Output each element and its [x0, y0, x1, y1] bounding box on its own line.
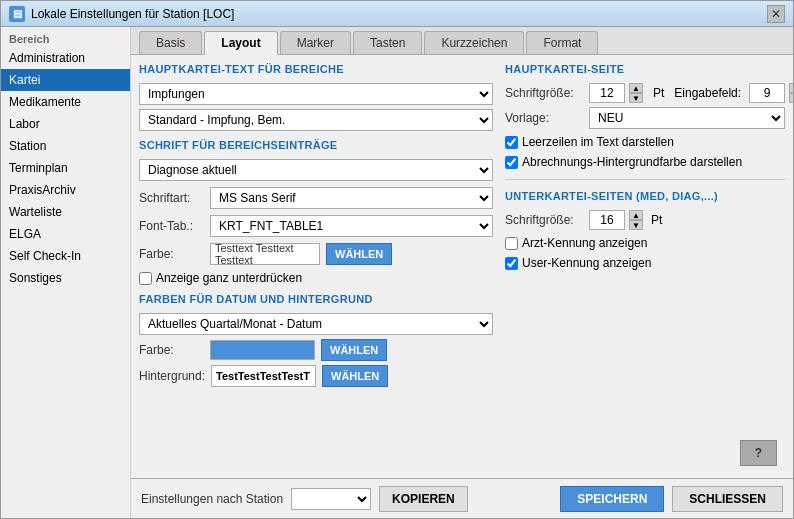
hintergrund-row: Hintergrund: TestTestTestTestT WÄHLEN	[139, 365, 493, 387]
schriftart-select[interactable]: MS Sans Serif	[210, 187, 493, 209]
pt-label: Pt	[653, 86, 664, 100]
main-content: Bereich Administration Kartei Medikament…	[1, 27, 793, 518]
sidebar-item-selfcheckin[interactable]: Self Check-In	[1, 245, 130, 267]
fonttab-label: Font-Tab.:	[139, 219, 204, 233]
tab-tasten[interactable]: Tasten	[353, 31, 422, 54]
farbe-preview: Testtext Testtext Testtext	[210, 243, 320, 265]
leerzeilen-row: Leerzeilen im Text darstellen	[505, 135, 785, 149]
schriftart-label: Schriftart:	[139, 191, 204, 205]
hauptkartei-seite-section: HAUPTKARTEI-SEITE Schriftgröße: ▲ ▼ Pt E…	[505, 63, 785, 169]
eingabefeld-up[interactable]: ▲	[789, 83, 793, 93]
title-bar: ▤ Lokale Einstellungen für Station [LOC]…	[1, 1, 793, 27]
vorlage-select[interactable]: NEU	[589, 107, 785, 129]
hauptkartei-text-title: HAUPTKARTEI-TEXT FÜR BEREICHE	[139, 63, 493, 75]
schriftgroesse-input[interactable]	[589, 83, 625, 103]
farben-datum-section: FARBEN FÜR DATUM UND HINTERGRUND Aktuell…	[139, 293, 493, 387]
user-kennung-row: User-Kennung anzeigen	[505, 256, 785, 270]
farbe-waehlen-button[interactable]: WÄHLEN	[326, 243, 392, 265]
farbe-label: Farbe:	[139, 247, 204, 261]
hintergrund-label: Hintergrund:	[139, 369, 205, 383]
arzt-kennung-checkbox[interactable]	[505, 237, 518, 250]
content-area: Basis Layout Marker Tasten Kurzzeichen F…	[131, 27, 793, 518]
einstellungen-select[interactable]	[291, 488, 371, 510]
farbe2-waehlen-button[interactable]: WÄHLEN	[321, 339, 387, 361]
schriftart-row: Schriftart: MS Sans Serif	[139, 187, 493, 209]
abrechnungs-label: Abrechnungs-Hintergrundfarbe darstellen	[522, 155, 742, 169]
sidebar-item-administration[interactable]: Administration	[1, 47, 130, 69]
schriftgroesse-down[interactable]: ▼	[629, 93, 643, 103]
hauptkartei-seite-title: HAUPTKARTEI-SEITE	[505, 63, 785, 75]
eingabefeld-label: Eingabefeld:	[674, 86, 741, 100]
tab-bar: Basis Layout Marker Tasten Kurzzeichen F…	[131, 27, 793, 55]
fonttab-select[interactable]: KRT_FNT_TABLE1	[210, 215, 493, 237]
farben-datum-dropdown[interactable]: Aktuelles Quartal/Monat - Datum	[139, 313, 493, 335]
arzt-kennung-label: Arzt-Kennung anzeigen	[522, 236, 647, 250]
sidebar-item-warteliste[interactable]: Warteliste	[1, 201, 130, 223]
unterkartei-schriftgroesse-label: Schriftgröße:	[505, 213, 585, 227]
tab-layout[interactable]: Layout	[204, 31, 277, 55]
farbe-row: Farbe: Testtext Testtext Testtext WÄHLEN	[139, 243, 493, 265]
hintergrund-waehlen-button[interactable]: WÄHLEN	[322, 365, 388, 387]
tab-marker[interactable]: Marker	[280, 31, 351, 54]
unterkartei-down[interactable]: ▼	[629, 220, 643, 230]
unterkartei-pt-label: Pt	[651, 213, 662, 227]
sidebar-item-medikamente[interactable]: Medikamente	[1, 91, 130, 113]
schriftgroesse-spinner: ▲ ▼	[629, 83, 643, 103]
farbe2-swatch	[210, 340, 315, 360]
farben-datum-title: FARBEN FÜR DATUM UND HINTERGRUND	[139, 293, 493, 305]
farbe-text: Testtext Testtext Testtext	[215, 243, 315, 265]
user-kennung-checkbox[interactable]	[505, 257, 518, 270]
hauptkartei-text-section: HAUPTKARTEI-TEXT FÜR BEREICHE Impfungen …	[139, 63, 493, 131]
eingabefeld-spinner: ▲ ▼	[789, 83, 793, 103]
user-kennung-label: User-Kennung anzeigen	[522, 256, 651, 270]
schriftgroesse-up[interactable]: ▲	[629, 83, 643, 93]
leerzeilen-checkbox[interactable]	[505, 136, 518, 149]
einstellungen-label: Einstellungen nach Station	[141, 492, 283, 506]
schrift-bereich-title: SCHRIFT FÜR BEREICHSEINTRÄGE	[139, 139, 493, 151]
farbe2-row: Farbe: WÄHLEN	[139, 339, 493, 361]
tab-basis[interactable]: Basis	[139, 31, 202, 54]
bottom-left: Einstellungen nach Station KOPIEREN	[141, 486, 468, 512]
window-title: Lokale Einstellungen für Station [LOC]	[31, 7, 234, 21]
sidebar-item-praxisarchiv[interactable]: PraxisArchiv	[1, 179, 130, 201]
tab-kurzzeichen[interactable]: Kurzzeichen	[424, 31, 524, 54]
unterkartei-up[interactable]: ▲	[629, 210, 643, 220]
eingabefeld-input[interactable]	[749, 83, 785, 103]
schliessen-button[interactable]: SCHLIESSEN	[672, 486, 783, 512]
farbe2-label: Farbe:	[139, 343, 204, 357]
bottom-right: SPEICHERN SCHLIESSEN	[560, 486, 783, 512]
help-button[interactable]: ?	[740, 440, 777, 466]
vorlage-label: Vorlage:	[505, 111, 585, 125]
close-button[interactable]: ✕	[767, 5, 785, 23]
eingabefeld-down[interactable]: ▼	[789, 93, 793, 103]
schrift-bereich-dropdown[interactable]: Diagnose aktuell	[139, 159, 493, 181]
leerzeilen-label: Leerzeilen im Text darstellen	[522, 135, 674, 149]
fonttab-row: Font-Tab.: KRT_FNT_TABLE1	[139, 215, 493, 237]
unterkartei-schriftgroesse-row: Schriftgröße: ▲ ▼ Pt	[505, 210, 785, 230]
sidebar-item-labor[interactable]: Labor	[1, 113, 130, 135]
hintergrund-preview: TestTestTestTestT	[211, 365, 316, 387]
kopieren-button[interactable]: KOPIEREN	[379, 486, 468, 512]
abrechnungs-checkbox[interactable]	[505, 156, 518, 169]
hauptkartei-text-dropdown2[interactable]: Standard - Impfung, Bem.	[139, 109, 493, 131]
unterkartei-spinner: ▲ ▼	[629, 210, 643, 230]
unterdrücken-checkbox[interactable]	[139, 272, 152, 285]
title-bar-left: ▤ Lokale Einstellungen für Station [LOC]	[9, 6, 234, 22]
panels: HAUPTKARTEI-TEXT FÜR BEREICHE Impfungen …	[131, 55, 793, 478]
hauptkartei-text-dropdown1[interactable]: Impfungen	[139, 83, 493, 105]
sidebar-item-station[interactable]: Station	[1, 135, 130, 157]
speichern-button[interactable]: SPEICHERN	[560, 486, 664, 512]
tab-format[interactable]: Format	[526, 31, 598, 54]
unterdrücken-label: Anzeige ganz unterdrücken	[156, 271, 302, 285]
sidebar-item-sonstiges[interactable]: Sonstiges	[1, 267, 130, 289]
schriftgroesse-label: Schriftgröße:	[505, 86, 585, 100]
unterkartei-schriftgroesse-input[interactable]	[589, 210, 625, 230]
sidebar-item-terminplan[interactable]: Terminplan	[1, 157, 130, 179]
main-window: ▤ Lokale Einstellungen für Station [LOC]…	[0, 0, 794, 519]
sidebar-item-elga[interactable]: ELGA	[1, 223, 130, 245]
sidebar-item-kartei[interactable]: Kartei	[1, 69, 130, 91]
unterdrücken-row: Anzeige ganz unterdrücken	[139, 271, 493, 285]
bottom-bar: Einstellungen nach Station KOPIEREN SPEI…	[131, 478, 793, 518]
arzt-kennung-row: Arzt-Kennung anzeigen	[505, 236, 785, 250]
left-panel: HAUPTKARTEI-TEXT FÜR BEREICHE Impfungen …	[139, 63, 493, 470]
